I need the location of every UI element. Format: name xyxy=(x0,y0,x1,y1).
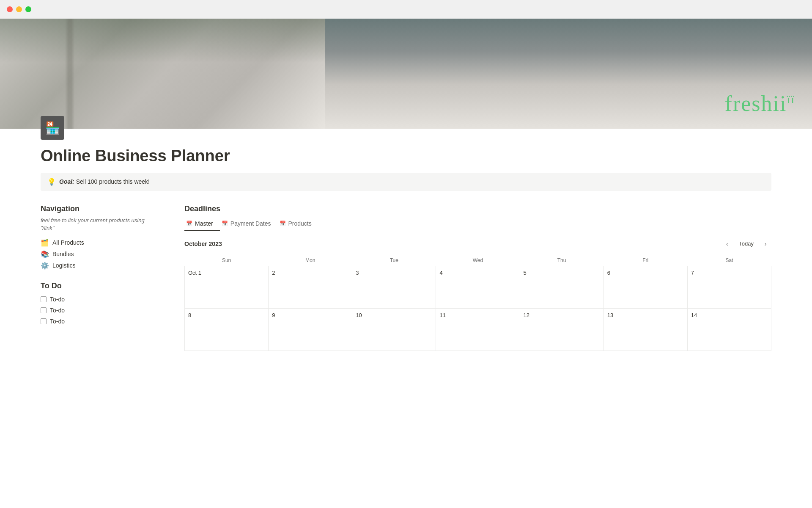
calendar-header: October 2023 ‹ Today › xyxy=(184,238,771,250)
col-sun: Sun xyxy=(185,255,269,266)
tab-payment-label: Payment Dates xyxy=(230,220,271,227)
col-thu: Thu xyxy=(520,255,604,266)
day-num-oct14: 14 xyxy=(691,312,697,318)
right-column: Deadlines 📅 Master 📅 Payment Dates 📅 Pro… xyxy=(184,204,771,351)
hero-banner: freshiiïï xyxy=(0,19,812,129)
hero-left-image xyxy=(0,19,325,129)
logistics-label: Logistics xyxy=(52,262,75,269)
hero-right-image: freshiiïï xyxy=(325,19,812,129)
day-num-oct2: 2 xyxy=(272,270,275,276)
tab-payment-dates[interactable]: 📅 Payment Dates xyxy=(220,217,278,231)
todo-checkbox-2[interactable] xyxy=(41,307,47,313)
day-num-oct6: 6 xyxy=(607,270,610,276)
nav-item-bundles[interactable]: 📚 Bundles xyxy=(41,248,159,260)
left-column: Navigation feel free to link your curren… xyxy=(41,204,159,327)
day-num-oct3: 3 xyxy=(356,270,359,276)
calendar-month-label: October 2023 xyxy=(184,240,222,247)
cal-cell-oct4[interactable]: 4 xyxy=(436,266,520,308)
navigation-subtitle: feel free to link your current products … xyxy=(41,217,159,232)
goal-label: Goal: xyxy=(59,178,74,185)
day-num-oct12: 12 xyxy=(524,312,529,318)
col-fri: Fri xyxy=(604,255,687,266)
tab-products-label: Products xyxy=(288,220,312,227)
cal-cell-oct9[interactable]: 9 xyxy=(269,308,352,351)
calendar-next-button[interactable]: › xyxy=(760,238,771,250)
cal-cell-oct10[interactable]: 10 xyxy=(352,308,436,351)
day-num-oct7: 7 xyxy=(691,270,694,276)
two-col-layout: Navigation feel free to link your curren… xyxy=(41,204,771,351)
day-num-oct5: 5 xyxy=(524,270,527,276)
todo-item-1[interactable]: To-do xyxy=(41,294,159,305)
maximize-button[interactable] xyxy=(25,6,31,12)
deadlines-heading: Deadlines xyxy=(184,204,771,213)
cal-cell-oct12[interactable]: 12 xyxy=(520,308,604,351)
logistics-icon: ⚙️ xyxy=(41,262,49,270)
todo-checkbox-1[interactable] xyxy=(41,296,47,302)
col-wed: Wed xyxy=(436,255,520,266)
calendar-week-2: 8 9 10 11 12 xyxy=(185,308,771,351)
page-icon-area: 🏪 xyxy=(0,116,812,140)
close-button[interactable] xyxy=(7,6,13,12)
cal-cell-oct11[interactable]: 11 xyxy=(436,308,520,351)
nav-item-logistics[interactable]: ⚙️ Logistics xyxy=(41,260,159,271)
navigation-section: Navigation feel free to link your curren… xyxy=(41,204,159,271)
todo-checkbox-3[interactable] xyxy=(41,318,47,324)
todo-label-2: To-do xyxy=(50,307,65,314)
titlebar xyxy=(0,0,812,19)
todo-label-1: To-do xyxy=(50,296,65,303)
goal-value: Sell 100 products this week! xyxy=(76,178,150,185)
calendar-today-button[interactable]: Today xyxy=(735,239,758,248)
cal-cell-oct14[interactable]: 14 xyxy=(687,308,771,351)
cal-cell-oct6[interactable]: 6 xyxy=(604,266,687,308)
day-num-oct1: Oct 1 xyxy=(188,270,201,276)
deadlines-tabs: 📅 Master 📅 Payment Dates 📅 Products xyxy=(184,217,771,231)
col-tue: Tue xyxy=(352,255,436,266)
day-num-oct10: 10 xyxy=(356,312,362,318)
todo-label-3: To-do xyxy=(50,318,65,325)
minimize-button[interactable] xyxy=(16,6,22,12)
cal-cell-oct3[interactable]: 3 xyxy=(352,266,436,308)
calendar-week-1: Oct 1 2 3 4 5 xyxy=(185,266,771,308)
goal-text: Goal: Sell 100 products this week! xyxy=(59,178,150,185)
calendar-prev-button[interactable]: ‹ xyxy=(721,238,733,250)
tab-products-icon: 📅 xyxy=(280,221,286,226)
cal-cell-oct2[interactable]: 2 xyxy=(269,266,352,308)
tab-products[interactable]: 📅 Products xyxy=(278,217,318,231)
page-title: Online Business Planner xyxy=(41,146,771,166)
freshii-logo: freshiiïï xyxy=(725,91,795,116)
all-products-icon: 🗂️ xyxy=(41,239,49,247)
cal-cell-oct8[interactable]: 8 xyxy=(185,308,269,351)
todo-list: To-do To-do To-do xyxy=(41,294,159,327)
day-num-oct4: 4 xyxy=(439,270,442,276)
todo-heading: To Do xyxy=(41,282,159,290)
navigation-heading: Navigation xyxy=(41,204,159,213)
tab-payment-icon: 📅 xyxy=(222,221,228,226)
todo-section: To Do To-do To-do To-do xyxy=(41,282,159,327)
day-num-oct13: 13 xyxy=(607,312,613,318)
tab-master-icon: 📅 xyxy=(186,221,192,226)
all-products-label: All Products xyxy=(52,239,84,246)
day-num-oct11: 11 xyxy=(439,312,445,318)
main-content: Online Business Planner 💡 Goal: Sell 100… xyxy=(0,143,812,376)
navigation-list: 🗂️ All Products 📚 Bundles ⚙️ Logistics xyxy=(41,237,159,271)
page-icon: 🏪 xyxy=(41,116,64,140)
bundles-icon: 📚 xyxy=(41,250,49,258)
bulb-icon: 💡 xyxy=(47,178,56,186)
todo-item-2[interactable]: To-do xyxy=(41,305,159,316)
calendar-grid: Sun Mon Tue Wed Thu Fri Sat Oct 1 xyxy=(184,255,771,351)
calendar-navigation: ‹ Today › xyxy=(721,238,771,250)
cal-cell-oct5[interactable]: 5 xyxy=(520,266,604,308)
cal-cell-oct7[interactable]: 7 xyxy=(687,266,771,308)
todo-item-3[interactable]: To-do xyxy=(41,316,159,327)
nav-item-all-products[interactable]: 🗂️ All Products xyxy=(41,237,159,248)
bundles-label: Bundles xyxy=(52,251,74,257)
tab-master[interactable]: 📅 Master xyxy=(184,217,220,231)
cal-cell-oct13[interactable]: 13 xyxy=(604,308,687,351)
day-num-oct9: 9 xyxy=(272,312,275,318)
cal-cell-oct1[interactable]: Oct 1 xyxy=(185,266,269,308)
goal-banner: 💡 Goal: Sell 100 products this week! xyxy=(41,173,771,191)
col-sat: Sat xyxy=(687,255,771,266)
tab-master-label: Master xyxy=(195,220,213,227)
day-num-oct8: 8 xyxy=(188,312,191,318)
col-mon: Mon xyxy=(269,255,352,266)
